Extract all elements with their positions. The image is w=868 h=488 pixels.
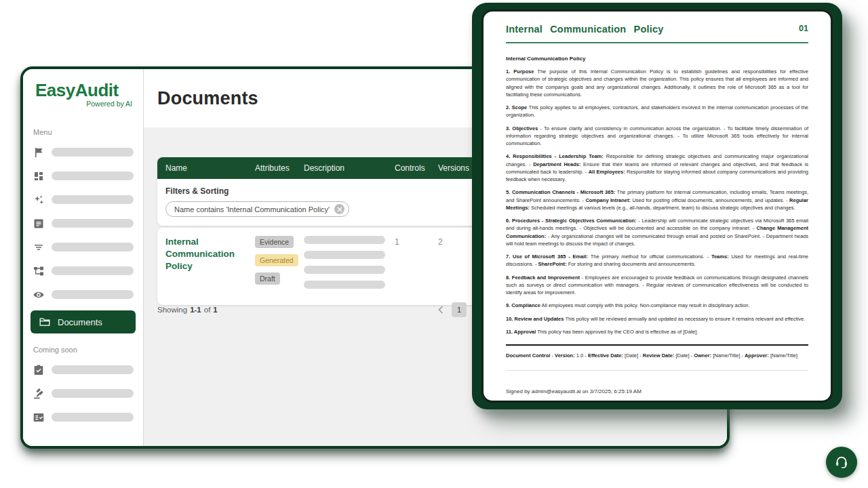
showing-range: 1-1 xyxy=(190,306,201,314)
document-title: Internal Communication Policy xyxy=(506,24,664,35)
skeleton-bar xyxy=(52,148,134,157)
pagination: Showing 1-1 of 1 1 xyxy=(157,302,480,317)
showing-prefix: Showing xyxy=(157,306,187,314)
document-control-line: Document Control - Version: 1.0 - Effect… xyxy=(506,352,808,359)
column-header: Controls xyxy=(395,163,438,173)
filter-chip-remove-button[interactable] xyxy=(334,204,344,214)
sidebar-item-skeleton-4[interactable] xyxy=(23,211,143,235)
signature-scribble xyxy=(510,401,632,403)
document-header: Internal Communication Policy 01 xyxy=(506,24,808,35)
policy-paragraph: 1. Purpose The purpose of this Internal … xyxy=(506,68,808,98)
policy-document-card: Internal Communication Policy 01 Interna… xyxy=(481,9,833,403)
title-divider xyxy=(506,42,808,43)
sidebar-item-skeleton-2[interactable] xyxy=(23,164,143,188)
description-skeleton xyxy=(304,236,395,296)
policy-paragraph: 11. Approval This policy has been approv… xyxy=(506,328,808,336)
table-row[interactable]: Internal Communication Policy EvidenceGe… xyxy=(157,228,480,305)
skeleton-bar xyxy=(52,266,134,275)
sidebar-item-skeleton-1[interactable] xyxy=(23,140,143,164)
showing-text: Showing 1-1 of 1 xyxy=(157,306,218,314)
sidebar-item-skeleton-3[interactable] xyxy=(23,188,143,211)
gavel-icon xyxy=(33,388,45,400)
sidebar-item-skeleton-8[interactable] xyxy=(23,358,143,382)
filters-section: Filters & Sorting Name contains 'Interna… xyxy=(157,179,480,226)
filter-lines-icon xyxy=(33,241,45,253)
table-header-row: NameAttributesDescriptionControlsVersion… xyxy=(157,157,480,179)
policy-paragraph: 7. Use of Microsoft 365 - Email: The pri… xyxy=(506,253,808,268)
policy-body: 1. Purpose The purpose of this Internal … xyxy=(506,68,808,336)
attribute-badge: Draft xyxy=(255,272,280,285)
column-header: Description xyxy=(304,163,395,173)
prev-page-button[interactable] xyxy=(438,306,443,314)
column-header: Versions xyxy=(438,163,472,173)
skeleton-bar xyxy=(304,251,385,259)
filter-chip[interactable]: Name contains 'Internal Communication Po… xyxy=(165,201,349,217)
page: EasyAudit Powered by AI Menu xyxy=(0,0,868,488)
policy-paragraph: 5. Communication Channels - Microsoft 36… xyxy=(506,188,808,211)
coming-soon-label: Coming soon xyxy=(33,346,143,354)
dashboard-icon xyxy=(33,170,45,182)
folder-icon xyxy=(39,316,51,328)
policy-paragraph: 9. Compliance All employees must comply … xyxy=(506,302,808,309)
sidebar-item-skeleton-6[interactable] xyxy=(23,259,143,283)
column-header: Attributes xyxy=(255,163,304,173)
headset-icon xyxy=(833,454,850,470)
skeleton-bar xyxy=(52,290,134,299)
sidebar-item-label: Documents xyxy=(58,317,102,327)
policy-paragraph: 2. Scope This policy applies to all empl… xyxy=(506,104,808,119)
logo-title: EasyAudit xyxy=(35,81,134,99)
menu-section-label: Menu xyxy=(33,128,143,136)
column-header: Name xyxy=(165,163,255,173)
skeleton-bar xyxy=(304,266,385,274)
skeleton-bar xyxy=(52,365,134,374)
skeleton-bar xyxy=(304,281,385,289)
documents-table: NameAttributesDescriptionControlsVersion… xyxy=(157,157,480,226)
policy-paragraph: 4. Responsibilities - Leadership Team: R… xyxy=(506,152,808,183)
showing-total: 1 xyxy=(213,306,217,314)
sidebar-item-skeleton-9[interactable] xyxy=(23,382,143,405)
sparkles-icon xyxy=(33,194,45,206)
policy-paragraph: 10. Review and Updates This policy will … xyxy=(506,315,808,323)
versions-count: 2 xyxy=(438,236,472,296)
fact-check-icon xyxy=(33,411,45,424)
filter-chip-label: Name contains 'Internal Communication Po… xyxy=(174,205,330,214)
attribute-badge: Evidence xyxy=(255,236,294,248)
signature-divider xyxy=(506,370,808,371)
skeleton-bar xyxy=(52,413,134,422)
policy-paragraph: 8. Feedback and Improvement - Employees … xyxy=(506,274,808,297)
attribute-badges: EvidenceGeneratedDraft xyxy=(255,236,304,296)
skeleton-bar xyxy=(52,243,134,251)
skeleton-bar xyxy=(52,389,134,398)
page-title: Documents xyxy=(157,88,258,109)
document-heading: Internal Communication Policy xyxy=(506,56,808,62)
sidebar-item-documents[interactable]: Documents xyxy=(31,310,136,333)
org-chart-icon xyxy=(33,265,45,277)
policy-paragraph: 3. Objectives - To ensure clarity and co… xyxy=(506,125,808,148)
current-page-button[interactable]: 1 xyxy=(452,302,467,317)
close-icon xyxy=(337,207,342,212)
filters-label: Filters & Sorting xyxy=(165,186,472,196)
clipboard-check-icon xyxy=(33,364,45,376)
sidebar-item-skeleton-7[interactable] xyxy=(23,283,143,306)
sidebar-item-skeleton-5[interactable] xyxy=(23,235,143,259)
signed-by-line: Signed by admin@easyaudit.ai on 3/7/2025… xyxy=(506,388,808,394)
showing-of: of xyxy=(204,306,211,314)
article-icon xyxy=(33,218,45,230)
eye-icon xyxy=(33,289,45,301)
app-logo: EasyAudit Powered by AI xyxy=(23,69,143,108)
support-chat-button[interactable] xyxy=(826,447,857,478)
attribute-badge: Generated xyxy=(255,254,298,266)
footer-divider xyxy=(506,344,808,346)
skeleton-bar xyxy=(52,195,134,204)
logo-subtitle: Powered by AI xyxy=(35,100,134,108)
document-page-number: 01 xyxy=(799,24,808,33)
sidebar-item-skeleton-10[interactable] xyxy=(23,405,143,429)
chevron-left-icon xyxy=(438,306,443,314)
sidebar: EasyAudit Powered by AI Menu xyxy=(23,69,144,446)
skeleton-bar xyxy=(52,219,134,228)
controls-count: 1 xyxy=(395,236,438,296)
skeleton-bar xyxy=(304,236,385,244)
policy-paragraph: 6. Procedures - Strategic Objectives Com… xyxy=(506,217,808,247)
document-name-link[interactable]: Internal Communication Policy xyxy=(165,236,255,296)
flag-icon xyxy=(33,146,45,159)
